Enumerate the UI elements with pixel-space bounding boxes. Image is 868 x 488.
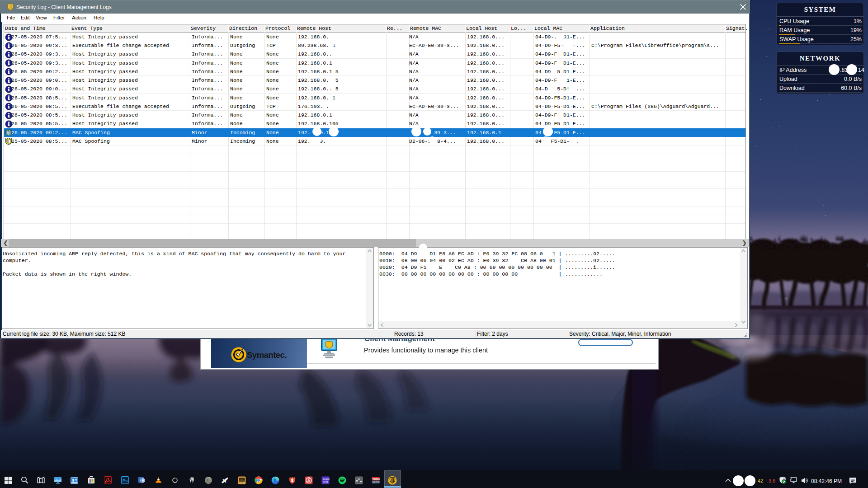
svg-text:Symantec.: Symantec.: [247, 350, 287, 360]
svg-text:R: R: [142, 479, 144, 482]
svg-text:Ps: Ps: [123, 478, 128, 483]
svg-text:music: music: [323, 480, 329, 483]
svg-text:VOICE: VOICE: [373, 478, 380, 480]
svg-text:MEETER: MEETER: [372, 481, 380, 483]
